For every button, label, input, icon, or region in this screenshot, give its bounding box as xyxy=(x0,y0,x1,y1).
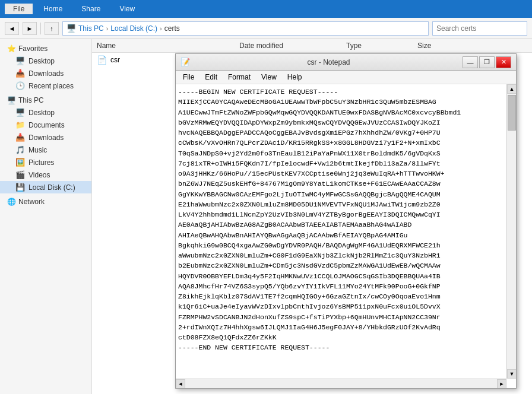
file-list-header: Name Date modified Type Size xyxy=(92,39,532,53)
documents-label: Documents xyxy=(28,121,65,129)
sidebar-item-documents[interactable]: 📁 Documents xyxy=(0,119,91,131)
notepad-titlebar: 📝 csr - Notepad — ❐ ✕ xyxy=(176,54,516,71)
tab-home[interactable]: Home xyxy=(35,4,71,14)
this-pc-section: 🖥️ This PC 🖥️ Desktop 📁 Documents 📥 Down… xyxy=(0,94,91,193)
desktop-fav-icon: 🖥️ xyxy=(15,56,25,65)
favorites-header[interactable]: ⭐ Favorites xyxy=(0,43,91,55)
notepad-title: csr - Notepad xyxy=(195,58,463,66)
sidebar-item-desktop-fav[interactable]: 🖥️ Desktop xyxy=(0,55,91,67)
this-pc-icon: 🖥️ xyxy=(7,96,16,104)
scroll-down-arrow[interactable]: ▼ xyxy=(507,369,516,379)
window-controls: — ❐ ✕ xyxy=(463,56,511,68)
documents-icon: 📁 xyxy=(15,120,25,129)
desktop-fav-label: Desktop xyxy=(28,57,55,65)
tab-file[interactable]: File xyxy=(5,4,33,14)
sidebar: ⭐ Favorites 🖥️ Desktop 📥 Downloads 🕒 Rec… xyxy=(0,39,92,394)
local-disk-label: Local Disk (C:) xyxy=(28,183,75,192)
header-type[interactable]: Type xyxy=(346,42,417,50)
desktop-icon: 🖥️ xyxy=(15,108,25,117)
minimize-button[interactable]: — xyxy=(463,56,478,68)
forward-button[interactable]: ► xyxy=(23,22,37,35)
notepad-menubar: File Edit Format View Help xyxy=(176,71,516,84)
header-date[interactable]: Date modified xyxy=(239,42,346,50)
favorites-section: ⭐ Favorites 🖥️ Desktop 📥 Downloads 🕒 Rec… xyxy=(0,43,91,92)
downloads-fav-icon: 📥 xyxy=(15,69,25,78)
sidebar-item-desktop[interactable]: 🖥️ Desktop xyxy=(0,106,91,119)
downloads-fav-label: Downloads xyxy=(28,69,64,78)
recent-places-label: Recent places xyxy=(28,82,74,90)
back-button[interactable]: ◄ xyxy=(5,22,19,35)
scroll-up-arrow[interactable]: ▲ xyxy=(507,84,516,94)
favorites-label: Favorites xyxy=(18,45,48,53)
network-icon: 🌐 xyxy=(7,198,16,206)
header-size[interactable]: Size xyxy=(417,42,527,50)
notepad-app-icon: 📝 xyxy=(180,58,190,66)
sidebar-item-downloads-fav[interactable]: 📥 Downloads xyxy=(0,67,91,80)
header-name[interactable]: Name xyxy=(97,42,239,50)
notepad-content[interactable]: -----BEGIN NEW CERTIFICATE REQUEST----- … xyxy=(176,84,516,388)
up-button[interactable]: ↑ xyxy=(45,22,59,35)
notepad-text: -----BEGIN NEW CERTIFICATE REQUEST----- … xyxy=(178,87,514,353)
tab-share[interactable]: Share xyxy=(73,4,109,14)
network-header[interactable]: 🌐 Network xyxy=(0,196,91,208)
restore-button[interactable]: ❐ xyxy=(479,56,495,68)
menu-format[interactable]: Format xyxy=(223,72,255,82)
this-pc-header[interactable]: 🖥️ This PC xyxy=(0,94,91,106)
menu-help[interactable]: Help xyxy=(283,72,307,82)
horizontal-scrollbar[interactable]: ◄ ► xyxy=(176,379,506,388)
music-icon: 🎵 xyxy=(15,145,25,154)
downloads-icon: 📥 xyxy=(15,133,25,142)
search-input[interactable] xyxy=(432,21,527,36)
videos-icon: 🎬 xyxy=(15,170,25,179)
desktop-label: Desktop xyxy=(28,109,55,117)
videos-label: Videos xyxy=(28,171,50,179)
file-icon: 📄 xyxy=(97,55,107,65)
close-button[interactable]: ✕ xyxy=(496,56,511,68)
vertical-scrollbar[interactable]: ▲ ▼ xyxy=(506,84,516,379)
pictures-icon: 🖼️ xyxy=(15,158,25,167)
local-disk-icon: 💾 xyxy=(15,183,25,192)
this-pc-label: This PC xyxy=(18,96,44,104)
sidebar-item-downloads[interactable]: 📥 Downloads xyxy=(0,131,91,144)
menu-edit[interactable]: Edit xyxy=(200,72,222,82)
nav-separator xyxy=(40,23,41,34)
recent-places-icon: 🕒 xyxy=(15,81,25,90)
title-bar: File Home Share View xyxy=(0,0,532,18)
downloads-label: Downloads xyxy=(28,134,64,142)
network-label: Network xyxy=(18,198,45,206)
sidebar-item-recent-places[interactable]: 🕒 Recent places xyxy=(0,80,91,92)
music-label: Music xyxy=(28,146,47,154)
address-this-pc[interactable]: This PC xyxy=(78,24,104,33)
pictures-label: Pictures xyxy=(28,158,54,167)
address-current: certs xyxy=(164,24,180,33)
toolbar: ◄ ► ↑ 🖥️ This PC › Local Disk (C:) › cer… xyxy=(0,18,532,39)
notepad-window: 📝 csr - Notepad — ❐ ✕ File Edit Format V… xyxy=(175,53,517,389)
menu-view[interactable]: View xyxy=(256,72,281,82)
sidebar-item-pictures[interactable]: 🖼️ Pictures xyxy=(0,156,91,169)
sidebar-item-music[interactable]: 🎵 Music xyxy=(0,144,91,156)
sidebar-item-videos[interactable]: 🎬 Videos xyxy=(0,169,91,181)
address-bar[interactable]: 🖥️ This PC › Local Disk (C:) › certs xyxy=(62,21,429,36)
sidebar-item-local-disk[interactable]: 💾 Local Disk (C:) xyxy=(0,181,91,193)
network-section: 🌐 Network xyxy=(0,196,91,208)
scroll-left-arrow[interactable]: ◄ xyxy=(176,379,185,388)
tab-view[interactable]: View xyxy=(111,4,143,14)
scroll-right-arrow[interactable]: ► xyxy=(497,379,506,388)
favorites-icon: ⭐ xyxy=(7,45,16,53)
address-local-disk[interactable]: Local Disk (C:) xyxy=(110,24,157,33)
menu-file[interactable]: File xyxy=(178,72,199,82)
scroll-thumb-v[interactable] xyxy=(508,95,516,131)
